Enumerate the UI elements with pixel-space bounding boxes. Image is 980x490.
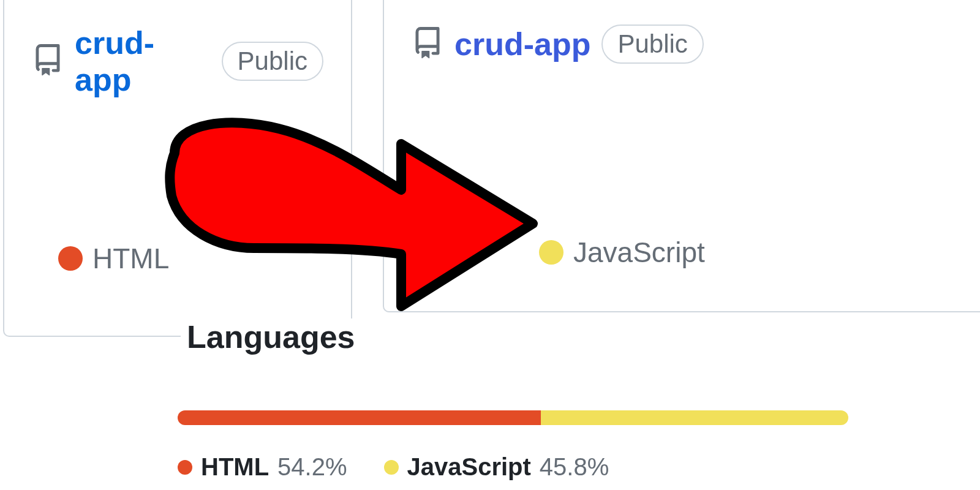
- repo-name-link-left[interactable]: crud-app: [75, 24, 211, 98]
- languages-progress-bar: [178, 410, 848, 425]
- language-dot-html-icon: [58, 246, 83, 271]
- repo-name-link-right[interactable]: crud-app: [454, 26, 590, 62]
- legend-name-js: JavaScript: [407, 453, 531, 481]
- primary-language-right: JavaScript: [539, 236, 705, 269]
- arrow-annotation-icon: [156, 110, 548, 321]
- visibility-badge-right: Public: [601, 24, 703, 64]
- legend-item-js[interactable]: JavaScript 45.8%: [384, 453, 609, 481]
- languages-legend: HTML 54.2% JavaScript 45.8%: [178, 453, 609, 481]
- repo-header-left: crud-app Public: [32, 24, 323, 98]
- languages-heading: Languages: [181, 318, 361, 355]
- primary-language-left: HTML: [58, 242, 169, 275]
- repo-icon: [412, 27, 443, 61]
- legend-name-html: HTML: [201, 453, 269, 481]
- legend-dot-html-icon: [178, 460, 192, 475]
- repo-icon: [32, 44, 64, 78]
- legend-item-html[interactable]: HTML 54.2%: [178, 453, 347, 481]
- progress-segment-js: [541, 410, 848, 425]
- legend-percent-html: 54.2%: [277, 453, 347, 481]
- legend-dot-js-icon: [384, 460, 399, 475]
- visibility-badge-left: Public: [222, 42, 323, 81]
- repo-header-right: crud-app Public: [412, 24, 952, 64]
- language-label-right: JavaScript: [573, 236, 705, 269]
- progress-segment-html: [178, 410, 541, 425]
- legend-percent-js: 45.8%: [540, 453, 609, 481]
